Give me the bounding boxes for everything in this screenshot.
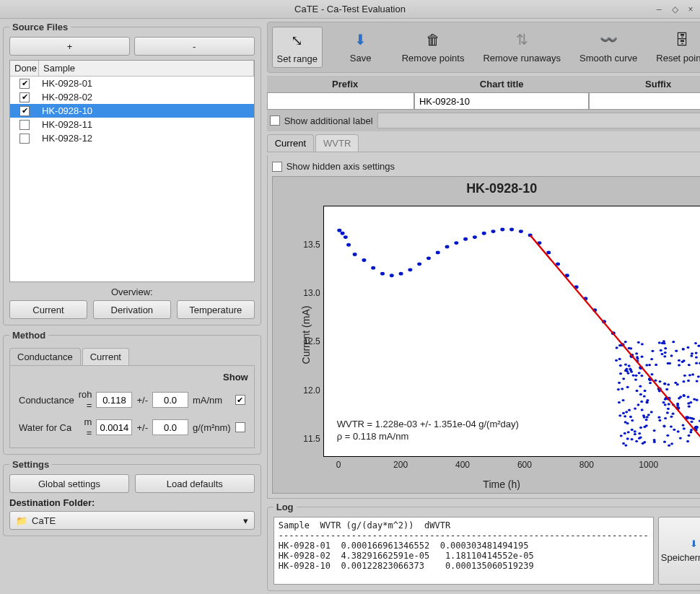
- svg-point-209: [694, 351, 697, 354]
- done-checkbox[interactable]: [19, 134, 30, 144]
- svg-point-184: [671, 413, 674, 415]
- svg-point-127: [634, 407, 636, 409]
- svg-point-21: [509, 227, 514, 231]
- remove-points-button[interactable]: 🗑 Remove points: [399, 27, 468, 68]
- svg-point-190: [625, 411, 628, 413]
- save-icon: ⬇: [351, 30, 371, 50]
- chart-title: HK-0928-10: [273, 181, 700, 196]
- sample-list[interactable]: Done Sample HK-0928-01HK-0928-02HK-0928-…: [9, 60, 255, 282]
- remove-runaways-button[interactable]: ⇅ Remove runaways: [480, 27, 564, 68]
- tab-conductance[interactable]: Conductance: [9, 348, 81, 365]
- svg-point-151: [688, 374, 691, 376]
- svg-point-73: [643, 390, 646, 392]
- m-err-input[interactable]: [152, 419, 188, 435]
- log-textarea[interactable]: Sample WVTR (g/(day*m^2)) dWVTR --------…: [274, 517, 654, 585]
- tab-chart-wvtr[interactable]: WVTR: [315, 134, 359, 152]
- svg-point-14: [445, 245, 449, 248]
- overview-label: Overview:: [9, 287, 255, 297]
- svg-point-104: [640, 356, 643, 358]
- svg-point-233: [639, 393, 642, 396]
- list-item[interactable]: HK-0928-12: [10, 131, 254, 145]
- svg-point-186: [665, 388, 668, 390]
- svg-point-112: [622, 377, 625, 380]
- svg-point-101: [634, 430, 636, 432]
- svg-point-182: [682, 394, 685, 396]
- window-titlebar: CaTE - Ca-Test Evaluation – ◇ ×: [0, 0, 700, 19]
- reset-points-button[interactable]: 🗄 Reset points: [653, 27, 700, 68]
- svg-point-129: [640, 375, 643, 377]
- hidden-axis-checkbox[interactable]: [272, 162, 282, 172]
- svg-point-132: [664, 417, 667, 419]
- svg-point-191: [676, 403, 679, 405]
- svg-point-86: [687, 380, 690, 382]
- save-button[interactable]: ⬇ Save: [336, 27, 386, 68]
- tab-current[interactable]: Current: [82, 348, 129, 365]
- done-checkbox[interactable]: [19, 79, 30, 89]
- done-checkbox[interactable]: [19, 92, 30, 102]
- water-show-checkbox[interactable]: [235, 422, 245, 432]
- chart-title-input[interactable]: [414, 92, 589, 110]
- list-item[interactable]: HK-0928-11: [10, 118, 254, 131]
- svg-point-44: [679, 437, 682, 439]
- svg-point-181: [652, 429, 655, 432]
- list-item[interactable]: HK-0928-02: [10, 90, 254, 104]
- svg-point-188: [653, 441, 656, 443]
- svg-point-18: [481, 232, 486, 235]
- tab-chart-current[interactable]: Current: [267, 134, 314, 152]
- svg-point-236: [631, 374, 634, 376]
- col-sample[interactable]: Sample: [39, 61, 254, 76]
- global-settings-button[interactable]: Global settings: [9, 474, 129, 493]
- prefix-header: Prefix: [267, 76, 424, 92]
- suffix-input[interactable]: [589, 92, 700, 110]
- window-close-icon[interactable]: ×: [686, 4, 696, 14]
- list-item[interactable]: HK-0928-10: [10, 104, 254, 118]
- reset-icon: 🗄: [672, 30, 692, 50]
- svg-point-173: [687, 434, 690, 437]
- done-checkbox[interactable]: [19, 106, 30, 116]
- svg-point-147: [627, 364, 630, 367]
- m-input[interactable]: [96, 419, 132, 435]
- svg-point-97: [645, 416, 648, 418]
- list-item[interactable]: HK-0928-01: [10, 77, 254, 90]
- svg-point-138: [662, 401, 665, 403]
- svg-point-133: [697, 345, 700, 347]
- svg-point-76: [635, 352, 638, 354]
- overview-current-button[interactable]: Current: [9, 300, 87, 319]
- svg-point-63: [621, 388, 624, 390]
- done-checkbox[interactable]: [19, 120, 30, 130]
- trash-icon: 🗑: [423, 30, 443, 50]
- smooth-curve-button[interactable]: 〰️ Smooth curve: [577, 27, 640, 68]
- additional-label-field[interactable]: [377, 113, 700, 128]
- svg-point-183: [646, 399, 649, 401]
- svg-point-114: [640, 409, 643, 411]
- svg-point-3: [346, 243, 351, 247]
- svg-point-162: [621, 399, 624, 401]
- svg-point-134: [634, 375, 637, 377]
- svg-point-210: [628, 409, 631, 411]
- load-defaults-button[interactable]: Load defaults: [135, 474, 255, 493]
- additional-label-checkbox[interactable]: [270, 115, 280, 126]
- svg-point-167: [663, 351, 666, 354]
- chart-plot[interactable]: HK-0928-10 Current (mA) Time (h) WVTR = …: [272, 176, 700, 494]
- prefix-input[interactable]: [267, 92, 414, 110]
- svg-point-240: [660, 353, 663, 355]
- water-label: Water for Ca: [17, 414, 76, 440]
- conductance-show-checkbox[interactable]: [235, 395, 245, 405]
- svg-point-81: [663, 355, 666, 357]
- save-under-button[interactable]: ⬇ Speichern unter: [658, 517, 700, 585]
- window-minimize-icon[interactable]: –: [654, 4, 664, 14]
- set-range-button[interactable]: ⤡ Set range: [272, 27, 323, 68]
- svg-point-230: [631, 419, 634, 422]
- dest-folder-label: Destination Folder:: [9, 497, 255, 508]
- svg-point-78: [623, 432, 626, 434]
- overview-derivation-button[interactable]: Derivation: [93, 300, 171, 319]
- remove-file-button[interactable]: -: [134, 37, 255, 56]
- overview-temperature-button[interactable]: Temperature: [177, 300, 255, 319]
- dest-folder-combo[interactable]: 📁 CaTE ▾: [9, 511, 255, 530]
- roh-err-input[interactable]: [152, 392, 188, 408]
- svg-point-156: [675, 350, 678, 352]
- col-done[interactable]: Done: [10, 61, 39, 76]
- roh-input[interactable]: [96, 392, 132, 408]
- add-file-button[interactable]: +: [9, 37, 130, 56]
- window-maximize-icon[interactable]: ◇: [670, 4, 680, 14]
